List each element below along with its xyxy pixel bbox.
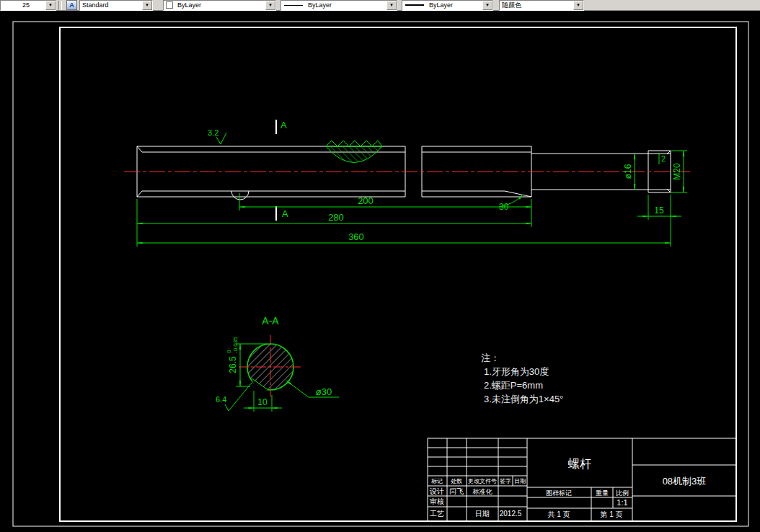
dim-d16-label: ø16 [623, 164, 633, 179]
tb-header-count: 处数 [451, 478, 462, 484]
color-combo-value: ByLayer [175, 1, 265, 9]
dim-265-tol-upper: 0 [226, 350, 232, 353]
chevron-down-icon[interactable]: ▼ [265, 1, 275, 10]
tb-class-name: 08机制3班 [663, 476, 707, 487]
tb-date-value: 2012.5 [500, 510, 522, 518]
tb-mark-label: 图样标记 [546, 489, 572, 497]
tb-header-sign: 签字 [500, 478, 511, 484]
tb-process-label: 工艺 [430, 510, 444, 518]
dim-m20-label: M20 [672, 163, 682, 180]
tb-check-label: 审核 [430, 497, 444, 505]
dim-200-label: 200 [358, 195, 374, 206]
dim-d30-label: ø30 [316, 386, 332, 397]
roughness-64-value: 6.4 [216, 395, 226, 404]
tb-total-pages: 共 1 页 [547, 510, 570, 518]
section-view-title: A-A [262, 315, 279, 327]
dim-265-label: 26.5 [228, 356, 238, 373]
title-block: 标记 处数 更改文件号 签字 日期 设计 闫飞 标准化 审核 工艺 日期 201… [428, 438, 736, 521]
thread-crest-zigzag [326, 141, 382, 146]
application-window: 25 ▼ A Standard ▼ ByLayer ▼ ByLayer ▼ By… [0, 0, 760, 532]
notes-block: 注： 1.牙形角为30度 2.螺距P=6mm 3.未注倒角为1×45° [481, 353, 563, 404]
tb-part-name: 螺杆 [568, 458, 591, 470]
tb-date-label: 日期 [475, 510, 490, 518]
chevron-down-icon[interactable]: ▼ [482, 1, 492, 10]
chevron-down-icon[interactable]: ▼ [45, 1, 56, 10]
linetype-combo[interactable]: ByLayer ▼ [280, 0, 397, 11]
section-mark-bottom-label: A [282, 208, 288, 219]
tb-scale-value: 1:1 [617, 498, 627, 507]
keyway-arc [231, 191, 249, 200]
sheet-frame [13, 22, 748, 526]
roughness-symbol-64 [225, 383, 252, 411]
tb-header-docno: 更改文件号 [468, 478, 497, 484]
plot-style-combo[interactable]: 随颜色 ▼ [499, 0, 584, 11]
section-centerlines [239, 335, 302, 399]
section-view: A-A 26.5 0 -0.035 10 ø30 6.4 [216, 315, 339, 412]
tb-design-name: 闫飞 [449, 487, 464, 495]
notes-header: 注： [481, 353, 500, 363]
drawing-area[interactable]: A A 3.2 200 280 360 15 ø16 M20 2 30 [0, 0, 760, 532]
section-mark-top-label: A [280, 120, 287, 130]
linetype-combo-value: ByLayer [306, 1, 386, 9]
layer-combo-value: 25 [1, 1, 45, 9]
note-line-2: 2.螺距P=6mm [484, 380, 543, 391]
note-line-1: 1.牙形角为30度 [484, 366, 549, 377]
tb-header-date: 日期 [514, 478, 526, 484]
chevron-down-icon[interactable]: ▼ [142, 1, 152, 10]
tb-page-number: 第 1 页 [600, 510, 622, 518]
color-combo[interactable]: ByLayer ▼ [163, 0, 276, 11]
dim-chamfer-label: 2 [661, 154, 666, 163]
extension-lines [137, 151, 687, 247]
dim-360-label: 360 [348, 231, 364, 242]
tb-scale-label: 比例 [616, 489, 629, 497]
dim-265-label-group: 26.5 0 -0.035 [226, 337, 239, 373]
tb-weight-label: 重量 [596, 489, 609, 497]
lineweight-sample-icon [405, 4, 424, 6]
toolbar-separator [58, 1, 62, 10]
tb-design-label: 设计 [429, 487, 444, 495]
lineweight-combo-value: ByLayer [427, 1, 482, 9]
chevron-down-icon[interactable]: ▼ [573, 1, 583, 10]
note-line-3: 3.未注倒角为1×45° [484, 394, 563, 404]
roughness-value: 3.2 [208, 128, 218, 137]
color-swatch-icon [166, 1, 173, 9]
text-style-icon[interactable]: A [66, 0, 77, 10]
properties-toolbar: 25 ▼ A Standard ▼ ByLayer ▼ ByLayer ▼ By… [0, 0, 760, 11]
tb-standardize-label: 标准化 [472, 488, 493, 495]
dim-15-label: 15 [654, 205, 664, 216]
main-view: A A 3.2 200 280 360 15 ø16 M20 2 30 [124, 120, 690, 247]
text-style-combo[interactable]: Standard ▼ [79, 0, 153, 11]
dim-280-label: 280 [328, 212, 344, 223]
thread-section-hatch [326, 146, 382, 163]
layer-combo[interactable]: 25 ▼ [0, 0, 56, 11]
text-style-combo-value: Standard [80, 1, 142, 9]
dim-10-label: 10 [257, 397, 268, 407]
lineweight-combo[interactable]: ByLayer ▼ [402, 0, 493, 11]
linetype-sample-icon [284, 5, 303, 6]
dim-265-tol-lower: -0.035 [232, 337, 239, 353]
chevron-down-icon[interactable]: ▼ [386, 1, 397, 10]
tb-header-mark: 标记 [431, 478, 443, 484]
plot-style-combo-value: 随颜色 [500, 1, 573, 10]
dim-angle-label: 30 [499, 202, 509, 212]
